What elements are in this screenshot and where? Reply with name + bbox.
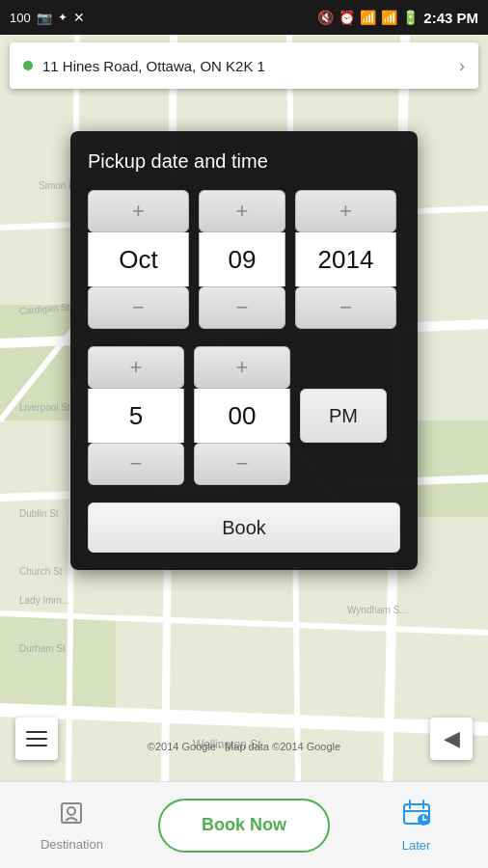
hour-spinner: + 5 − <box>88 346 184 485</box>
day-value: 09 <box>199 232 285 286</box>
minute-value: 00 <box>194 389 290 443</box>
alarm-icon: ⏰ <box>339 10 355 25</box>
status-icon-camera: 📷 <box>37 11 52 25</box>
status-right-icons: 🔇 ⏰ 📶 📶 🔋 2:43 PM <box>317 10 478 26</box>
tab-destination[interactable]: Destination <box>0 782 144 868</box>
month-value: Oct <box>88 232 189 286</box>
minute-increment-button[interactable]: + <box>194 346 290 389</box>
svg-point-33 <box>68 807 75 815</box>
hour-value: 5 <box>88 389 184 443</box>
time-row: + 5 − + 00 − PM <box>88 346 400 485</box>
minute-spinner: + 00 − <box>194 346 290 485</box>
tab-bar: Destination Book Now Later <box>0 781 488 868</box>
book-now-button[interactable]: Book Now <box>158 799 329 853</box>
month-spinner: + Oct − <box>88 190 189 329</box>
later-icon <box>402 799 431 834</box>
modal-title: Pickup date and time <box>88 150 400 173</box>
year-decrement-button[interactable]: − <box>295 286 396 329</box>
later-label: Later <box>402 838 431 853</box>
date-row: + Oct − + 09 − + 2014 − <box>88 190 400 329</box>
hour-increment-button[interactable]: + <box>88 346 184 389</box>
mute-icon: 🔇 <box>317 10 334 25</box>
book-label: Book <box>222 517 266 539</box>
year-spinner: + 2014 − <box>295 190 396 329</box>
book-button[interactable]: Book <box>88 502 400 553</box>
hour-decrement-button[interactable]: − <box>88 443 184 485</box>
status-bar: 100 📷 ✦ ✕ 🔇 ⏰ 📶 📶 🔋 2:43 PM <box>0 0 488 35</box>
status-icon-bb: ✦ <box>58 11 68 24</box>
year-increment-button[interactable]: + <box>295 190 396 232</box>
status-icon-signal: 100 <box>10 11 31 25</box>
status-time: 2:43 PM <box>423 10 478 26</box>
status-left-icons: 100 📷 ✦ ✕ <box>10 10 85 25</box>
destination-icon <box>58 800 85 833</box>
month-decrement-button[interactable]: − <box>88 286 189 329</box>
month-increment-button[interactable]: + <box>88 190 189 232</box>
day-increment-button[interactable]: + <box>199 190 285 232</box>
book-now-label: Book Now <box>202 815 286 835</box>
modal-overlay: Pickup date and time + Oct − + 09 − + 20… <box>0 35 488 868</box>
day-decrement-button[interactable]: − <box>199 286 285 329</box>
signal-icon: 📶 <box>381 10 397 25</box>
ampm-toggle-button[interactable]: PM <box>300 389 387 443</box>
tab-later[interactable]: Later <box>344 782 488 868</box>
wifi-icon: 📶 <box>360 10 376 25</box>
pickup-modal: Pickup date and time + Oct − + 09 − + 20… <box>70 131 418 570</box>
destination-label: Destination <box>41 837 103 852</box>
status-icon-x: ✕ <box>73 10 85 25</box>
tab-book-now[interactable]: Book Now <box>144 782 344 868</box>
day-spinner: + 09 − <box>199 190 285 329</box>
battery-icon: 🔋 <box>402 10 419 25</box>
year-value: 2014 <box>295 232 396 286</box>
minute-decrement-button[interactable]: − <box>194 443 290 485</box>
